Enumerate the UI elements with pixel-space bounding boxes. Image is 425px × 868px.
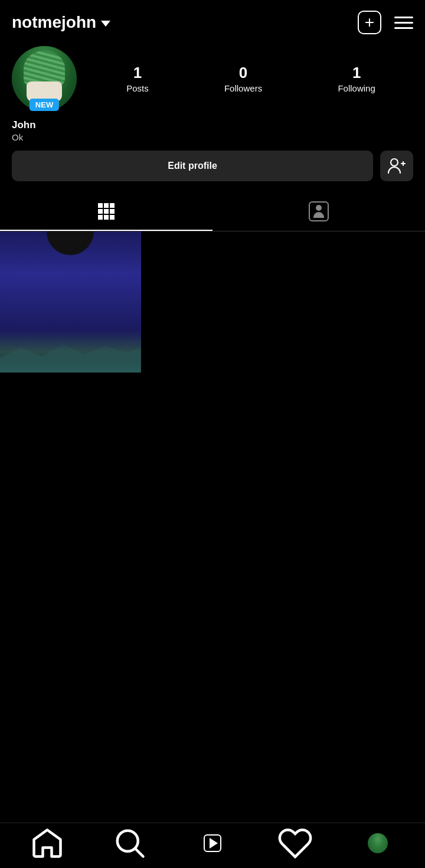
following-label: Following (338, 83, 375, 93)
bio: John Ok (12, 119, 413, 151)
bottom-nav (0, 823, 425, 868)
post-item[interactable] (0, 231, 141, 373)
bio-text: Ok (12, 132, 413, 142)
search-icon (112, 825, 148, 861)
nav-avatar (368, 833, 388, 853)
display-name: John (12, 119, 413, 131)
tagged-icon (309, 201, 329, 221)
tab-grid[interactable] (0, 193, 212, 231)
add-friend-button[interactable] (380, 151, 413, 181)
followers-label: Followers (224, 83, 262, 93)
svg-line-4 (135, 849, 143, 857)
add-post-icon[interactable] (358, 11, 381, 34)
posts-label: Posts (126, 83, 149, 93)
action-buttons: Edit profile (12, 151, 413, 181)
heart-icon (277, 825, 313, 861)
profile-tabs (0, 193, 425, 231)
hamburger-line (394, 27, 413, 29)
header-right (358, 11, 413, 34)
menu-icon[interactable] (394, 17, 413, 29)
stat-posts[interactable]: 1 Posts (126, 64, 149, 93)
nav-avatar-image (368, 833, 388, 853)
nav-search[interactable] (112, 830, 148, 856)
posts-grid (0, 231, 425, 373)
header: notmejohn (0, 0, 425, 40)
nav-home[interactable] (30, 830, 65, 856)
nav-profile[interactable] (360, 830, 395, 856)
username-label[interactable]: notmejohn (12, 13, 96, 32)
posts-count: 1 (133, 64, 142, 82)
followers-count: 0 (239, 64, 247, 82)
hamburger-line (394, 22, 413, 24)
nav-activity[interactable] (277, 830, 313, 856)
post-thumbnail (0, 231, 141, 373)
avatar-wrap: NEW (12, 46, 77, 111)
home-icon (30, 825, 65, 861)
header-left: notmejohn (12, 13, 110, 32)
grid-icon (98, 203, 115, 220)
hamburger-line (394, 17, 413, 18)
svg-point-0 (391, 159, 398, 166)
add-friend-icon (387, 158, 406, 174)
tab-tagged[interactable] (212, 193, 425, 231)
stat-followers[interactable]: 0 Followers (224, 64, 262, 93)
new-badge: NEW (30, 99, 59, 111)
following-count: 1 (352, 64, 361, 82)
stat-following[interactable]: 1 Following (338, 64, 375, 93)
nav-reels[interactable] (195, 830, 230, 856)
profile-section: NEW 1 Posts 0 Followers 1 Following John… (0, 40, 425, 181)
chevron-down-icon[interactable] (101, 21, 110, 27)
profile-top: NEW 1 Posts 0 Followers 1 Following (12, 46, 413, 111)
reels-icon (204, 834, 221, 852)
edit-profile-button[interactable]: Edit profile (12, 151, 373, 181)
stats-row: 1 Posts 0 Followers 1 Following (89, 64, 413, 93)
